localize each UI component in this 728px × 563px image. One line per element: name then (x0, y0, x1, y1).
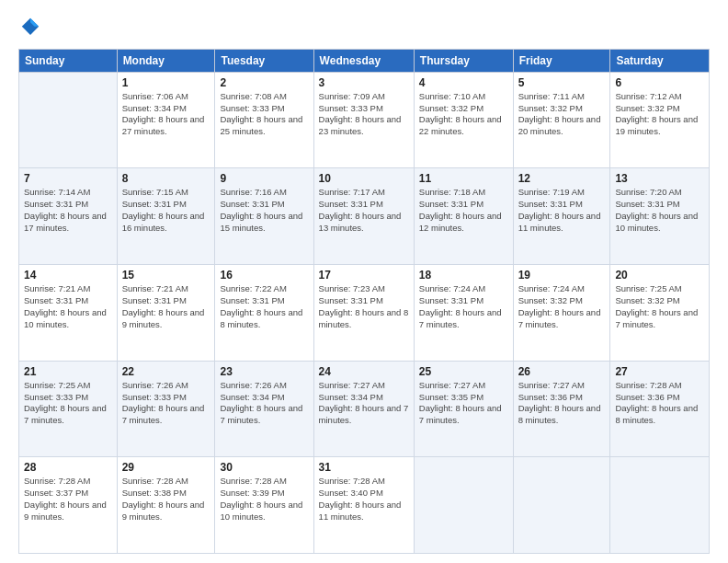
day-header-thursday: Thursday (414, 49, 513, 72)
calendar-week-3: 14Sunrise: 7:21 AMSunset: 3:31 PMDayligh… (19, 265, 710, 362)
day-number: 9 (220, 172, 308, 185)
day-number: 2 (220, 76, 308, 89)
day-number: 30 (220, 461, 308, 474)
page: SundayMondayTuesdayWednesdayThursdayFrid… (0, 0, 728, 563)
calendar-header-row: SundayMondayTuesdayWednesdayThursdayFrid… (19, 49, 710, 72)
day-info: Sunrise: 7:06 AMSunset: 3:34 PMDaylight:… (122, 91, 210, 138)
day-info: Sunrise: 7:16 AMSunset: 3:31 PMDaylight:… (220, 187, 308, 234)
day-number: 1 (122, 76, 210, 89)
day-info: Sunrise: 7:17 AMSunset: 3:31 PMDaylight:… (319, 187, 409, 234)
day-info: Sunrise: 7:24 AMSunset: 3:32 PMDaylight:… (518, 283, 606, 330)
day-info: Sunrise: 7:27 AMSunset: 3:36 PMDaylight:… (518, 380, 606, 427)
day-info: Sunrise: 7:26 AMSunset: 3:33 PMDaylight:… (122, 380, 210, 427)
calendar-cell: 4Sunrise: 7:10 AMSunset: 3:32 PMDaylight… (414, 72, 513, 168)
day-number: 18 (419, 269, 508, 282)
calendar-cell: 1Sunrise: 7:06 AMSunset: 3:34 PMDaylight… (117, 72, 215, 168)
day-info: Sunrise: 7:10 AMSunset: 3:32 PMDaylight:… (419, 91, 508, 138)
day-info: Sunrise: 7:25 AMSunset: 3:33 PMDaylight:… (24, 380, 112, 427)
day-info: Sunrise: 7:27 AMSunset: 3:34 PMDaylight:… (319, 380, 409, 427)
calendar-cell: 25Sunrise: 7:27 AMSunset: 3:35 PMDayligh… (414, 361, 513, 457)
day-number: 7 (24, 172, 112, 185)
calendar-cell: 26Sunrise: 7:27 AMSunset: 3:36 PMDayligh… (513, 361, 610, 457)
day-info: Sunrise: 7:25 AMSunset: 3:32 PMDaylight:… (615, 283, 704, 330)
day-number: 8 (122, 172, 210, 185)
day-number: 16 (220, 269, 308, 282)
day-info: Sunrise: 7:27 AMSunset: 3:35 PMDaylight:… (419, 380, 508, 427)
day-info: Sunrise: 7:12 AMSunset: 3:32 PMDaylight:… (615, 91, 704, 138)
day-info: Sunrise: 7:08 AMSunset: 3:33 PMDaylight:… (220, 91, 308, 138)
header (18, 15, 710, 40)
day-number: 10 (319, 172, 409, 185)
day-number: 29 (122, 461, 210, 474)
day-number: 24 (319, 365, 409, 378)
day-number: 20 (615, 269, 704, 282)
day-info: Sunrise: 7:24 AMSunset: 3:31 PMDaylight:… (419, 283, 508, 330)
day-header-sunday: Sunday (19, 49, 118, 72)
calendar-cell: 30Sunrise: 7:28 AMSunset: 3:39 PMDayligh… (215, 457, 313, 554)
day-number: 28 (24, 461, 112, 474)
calendar-cell: 18Sunrise: 7:24 AMSunset: 3:31 PMDayligh… (414, 265, 513, 362)
calendar-cell: 22Sunrise: 7:26 AMSunset: 3:33 PMDayligh… (117, 361, 215, 457)
logo-icon (20, 15, 40, 35)
day-number: 23 (220, 365, 308, 378)
calendar-cell (513, 457, 610, 554)
calendar-cell (19, 72, 118, 168)
day-number: 11 (419, 172, 508, 185)
calendar-cell (414, 457, 513, 554)
day-info: Sunrise: 7:18 AMSunset: 3:31 PMDaylight:… (419, 187, 508, 234)
day-header-tuesday: Tuesday (215, 49, 313, 72)
calendar-cell: 28Sunrise: 7:28 AMSunset: 3:37 PMDayligh… (19, 457, 118, 554)
day-info: Sunrise: 7:21 AMSunset: 3:31 PMDaylight:… (24, 283, 112, 330)
day-info: Sunrise: 7:28 AMSunset: 3:37 PMDaylight:… (24, 476, 112, 523)
logo (18, 15, 40, 40)
calendar-cell (610, 457, 710, 554)
day-number: 15 (122, 269, 210, 282)
calendar-cell: 23Sunrise: 7:26 AMSunset: 3:34 PMDayligh… (215, 361, 313, 457)
day-info: Sunrise: 7:28 AMSunset: 3:38 PMDaylight:… (122, 476, 210, 523)
day-info: Sunrise: 7:20 AMSunset: 3:31 PMDaylight:… (615, 187, 704, 234)
day-number: 22 (122, 365, 210, 378)
calendar-cell: 8Sunrise: 7:15 AMSunset: 3:31 PMDaylight… (117, 168, 215, 265)
day-number: 6 (615, 76, 704, 89)
day-info: Sunrise: 7:14 AMSunset: 3:31 PMDaylight:… (24, 187, 112, 234)
day-number: 5 (518, 76, 606, 89)
calendar-week-4: 21Sunrise: 7:25 AMSunset: 3:33 PMDayligh… (19, 361, 710, 457)
calendar-cell: 9Sunrise: 7:16 AMSunset: 3:31 PMDaylight… (215, 168, 313, 265)
calendar-cell: 20Sunrise: 7:25 AMSunset: 3:32 PMDayligh… (610, 265, 710, 362)
day-header-saturday: Saturday (610, 49, 710, 72)
day-number: 12 (518, 172, 606, 185)
calendar-cell: 12Sunrise: 7:19 AMSunset: 3:31 PMDayligh… (513, 168, 610, 265)
calendar-week-1: 1Sunrise: 7:06 AMSunset: 3:34 PMDaylight… (19, 72, 710, 168)
day-number: 4 (419, 76, 508, 89)
day-number: 21 (24, 365, 112, 378)
day-info: Sunrise: 7:28 AMSunset: 3:40 PMDaylight:… (319, 476, 409, 523)
day-header-friday: Friday (513, 49, 610, 72)
calendar-cell: 14Sunrise: 7:21 AMSunset: 3:31 PMDayligh… (19, 265, 118, 362)
day-number: 3 (319, 76, 409, 89)
day-header-wednesday: Wednesday (313, 49, 414, 72)
calendar-cell: 19Sunrise: 7:24 AMSunset: 3:32 PMDayligh… (513, 265, 610, 362)
calendar-cell: 27Sunrise: 7:28 AMSunset: 3:36 PMDayligh… (610, 361, 710, 457)
calendar-cell: 17Sunrise: 7:23 AMSunset: 3:31 PMDayligh… (313, 265, 414, 362)
calendar-cell: 29Sunrise: 7:28 AMSunset: 3:38 PMDayligh… (117, 457, 215, 554)
calendar-cell: 24Sunrise: 7:27 AMSunset: 3:34 PMDayligh… (313, 361, 414, 457)
day-info: Sunrise: 7:28 AMSunset: 3:39 PMDaylight:… (220, 476, 308, 523)
day-number: 19 (518, 269, 606, 282)
day-number: 17 (319, 269, 409, 282)
calendar-cell: 16Sunrise: 7:22 AMSunset: 3:31 PMDayligh… (215, 265, 313, 362)
day-number: 14 (24, 269, 112, 282)
day-info: Sunrise: 7:19 AMSunset: 3:31 PMDaylight:… (518, 187, 606, 234)
calendar-cell: 11Sunrise: 7:18 AMSunset: 3:31 PMDayligh… (414, 168, 513, 265)
calendar-cell: 7Sunrise: 7:14 AMSunset: 3:31 PMDaylight… (19, 168, 118, 265)
calendar-cell: 15Sunrise: 7:21 AMSunset: 3:31 PMDayligh… (117, 265, 215, 362)
day-number: 27 (615, 365, 704, 378)
day-header-monday: Monday (117, 49, 215, 72)
calendar-cell: 10Sunrise: 7:17 AMSunset: 3:31 PMDayligh… (313, 168, 414, 265)
day-info: Sunrise: 7:23 AMSunset: 3:31 PMDaylight:… (319, 283, 409, 330)
day-info: Sunrise: 7:15 AMSunset: 3:31 PMDaylight:… (122, 187, 210, 234)
day-number: 26 (518, 365, 606, 378)
calendar-week-2: 7Sunrise: 7:14 AMSunset: 3:31 PMDaylight… (19, 168, 710, 265)
day-info: Sunrise: 7:22 AMSunset: 3:31 PMDaylight:… (220, 283, 308, 330)
calendar-cell: 5Sunrise: 7:11 AMSunset: 3:32 PMDaylight… (513, 72, 610, 168)
calendar-cell: 13Sunrise: 7:20 AMSunset: 3:31 PMDayligh… (610, 168, 710, 265)
